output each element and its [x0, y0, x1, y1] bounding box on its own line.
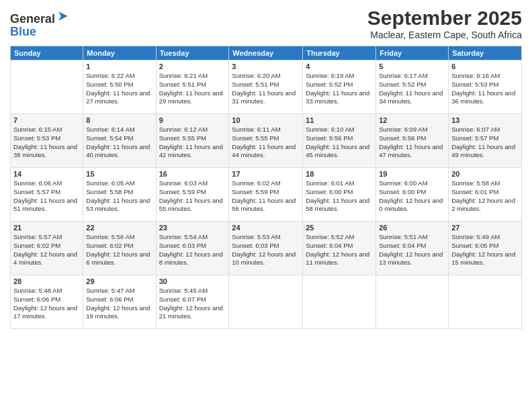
- calendar-cell: 17Sunrise: 6:02 AM Sunset: 5:59 PM Dayli…: [229, 168, 303, 222]
- day-info: Sunrise: 6:01 AM Sunset: 6:00 PM Dayligh…: [306, 179, 373, 214]
- header: General Blue September 2025 Maclear, Eas…: [10, 7, 522, 40]
- day-info: Sunrise: 5:58 AM Sunset: 6:01 PM Dayligh…: [451, 179, 519, 214]
- calendar-cell: 24Sunrise: 5:53 AM Sunset: 6:03 PM Dayli…: [229, 222, 303, 275]
- calendar-cell: 7Sunrise: 6:15 AM Sunset: 5:53 PM Daylig…: [11, 114, 83, 168]
- day-info: Sunrise: 6:16 AM Sunset: 5:53 PM Dayligh…: [451, 72, 519, 106]
- day-info: Sunrise: 6:12 AM Sunset: 5:55 PM Dayligh…: [159, 126, 226, 160]
- logo-arrow-icon: [56, 9, 70, 23]
- calendar-cell: 9Sunrise: 6:12 AM Sunset: 5:55 PM Daylig…: [156, 114, 229, 168]
- day-number: 29: [86, 277, 152, 285]
- day-number: 12: [379, 116, 445, 124]
- day-info: Sunrise: 6:09 AM Sunset: 5:56 PM Dayligh…: [379, 126, 445, 160]
- calendar-cell: [303, 275, 376, 329]
- day-info: Sunrise: 5:56 AM Sunset: 6:02 PM Dayligh…: [86, 233, 152, 267]
- week-row-5: 28Sunrise: 5:48 AM Sunset: 6:06 PM Dayli…: [11, 275, 522, 329]
- calendar-cell: 25Sunrise: 5:52 AM Sunset: 6:04 PM Dayli…: [303, 222, 376, 275]
- calendar-table: Sunday Monday Tuesday Wednesday Thursday…: [10, 46, 522, 329]
- day-number: 20: [451, 170, 519, 178]
- week-row-1: 1Sunrise: 6:22 AM Sunset: 5:50 PM Daylig…: [11, 60, 522, 114]
- day-number: 11: [306, 116, 373, 124]
- day-number: 9: [159, 116, 226, 124]
- col-wednesday: Wednesday: [229, 46, 303, 60]
- day-number: 17: [232, 170, 300, 178]
- day-number: 23: [159, 224, 226, 232]
- day-info: Sunrise: 6:17 AM Sunset: 5:52 PM Dayligh…: [379, 72, 445, 106]
- col-saturday: Saturday: [449, 46, 522, 60]
- day-number: 19: [379, 170, 445, 178]
- day-info: Sunrise: 6:21 AM Sunset: 5:51 PM Dayligh…: [159, 72, 226, 106]
- col-sunday: Sunday: [11, 46, 83, 60]
- week-row-3: 14Sunrise: 6:06 AM Sunset: 5:57 PM Dayli…: [11, 168, 522, 222]
- day-info: Sunrise: 5:51 AM Sunset: 6:04 PM Dayligh…: [379, 233, 445, 267]
- day-number: 25: [306, 224, 373, 232]
- col-thursday: Thursday: [303, 46, 376, 60]
- calendar-cell: 8Sunrise: 6:14 AM Sunset: 5:54 PM Daylig…: [83, 114, 156, 168]
- day-info: Sunrise: 6:07 AM Sunset: 5:57 PM Dayligh…: [451, 126, 519, 160]
- calendar-cell: 2Sunrise: 6:21 AM Sunset: 5:51 PM Daylig…: [156, 60, 229, 114]
- day-info: Sunrise: 5:53 AM Sunset: 6:03 PM Dayligh…: [232, 233, 300, 267]
- week-row-4: 21Sunrise: 5:57 AM Sunset: 6:02 PM Dayli…: [11, 222, 522, 275]
- calendar-cell: [376, 275, 449, 329]
- month-title: September 2025: [367, 7, 522, 30]
- calendar-cell: [449, 275, 522, 329]
- day-number: 15: [86, 170, 152, 178]
- day-info: Sunrise: 5:57 AM Sunset: 6:02 PM Dayligh…: [13, 233, 80, 267]
- calendar-cell: 5Sunrise: 6:17 AM Sunset: 5:52 PM Daylig…: [376, 60, 449, 114]
- calendar-cell: 18Sunrise: 6:01 AM Sunset: 6:00 PM Dayli…: [303, 168, 376, 222]
- day-info: Sunrise: 6:20 AM Sunset: 5:51 PM Dayligh…: [232, 72, 300, 106]
- day-number: 1: [86, 62, 152, 71]
- calendar-cell: 11Sunrise: 6:10 AM Sunset: 5:56 PM Dayli…: [303, 114, 376, 168]
- day-info: Sunrise: 6:03 AM Sunset: 5:59 PM Dayligh…: [159, 179, 226, 214]
- day-number: 8: [86, 116, 152, 124]
- calendar-cell: 22Sunrise: 5:56 AM Sunset: 6:02 PM Dayli…: [83, 222, 156, 275]
- calendar-cell: 16Sunrise: 6:03 AM Sunset: 5:59 PM Dayli…: [156, 168, 229, 222]
- day-info: Sunrise: 6:06 AM Sunset: 5:57 PM Dayligh…: [13, 179, 80, 214]
- calendar-cell: 14Sunrise: 6:06 AM Sunset: 5:57 PM Dayli…: [11, 168, 83, 222]
- calendar-cell: 27Sunrise: 5:49 AM Sunset: 6:05 PM Dayli…: [449, 222, 522, 275]
- title-block: September 2025 Maclear, Eastern Cape, So…: [367, 7, 522, 40]
- calendar-cell: 28Sunrise: 5:48 AM Sunset: 6:06 PM Dayli…: [11, 275, 83, 329]
- day-info: Sunrise: 6:22 AM Sunset: 5:50 PM Dayligh…: [86, 72, 152, 106]
- day-info: Sunrise: 6:11 AM Sunset: 5:55 PM Dayligh…: [232, 126, 300, 160]
- day-info: Sunrise: 6:00 AM Sunset: 6:00 PM Dayligh…: [379, 179, 445, 214]
- page: General Blue September 2025 Maclear, Eas…: [0, 0, 532, 411]
- day-info: Sunrise: 5:52 AM Sunset: 6:04 PM Dayligh…: [306, 233, 373, 267]
- day-info: Sunrise: 5:45 AM Sunset: 6:07 PM Dayligh…: [159, 287, 226, 321]
- svg-marker-0: [58, 11, 67, 20]
- day-number: 16: [159, 170, 226, 178]
- calendar-cell: 1Sunrise: 6:22 AM Sunset: 5:50 PM Daylig…: [83, 60, 156, 114]
- day-number: 14: [13, 170, 80, 178]
- calendar-cell: 13Sunrise: 6:07 AM Sunset: 5:57 PM Dayli…: [449, 114, 522, 168]
- day-info: Sunrise: 6:15 AM Sunset: 5:53 PM Dayligh…: [13, 126, 80, 160]
- day-info: Sunrise: 5:48 AM Sunset: 6:06 PM Dayligh…: [13, 287, 80, 321]
- calendar-cell: 6Sunrise: 6:16 AM Sunset: 5:53 PM Daylig…: [449, 60, 522, 114]
- calendar-cell: 30Sunrise: 5:45 AM Sunset: 6:07 PM Dayli…: [156, 275, 229, 329]
- day-info: Sunrise: 6:10 AM Sunset: 5:56 PM Dayligh…: [306, 126, 373, 160]
- day-number: 26: [379, 224, 445, 232]
- calendar-cell: 19Sunrise: 6:00 AM Sunset: 6:00 PM Dayli…: [376, 168, 449, 222]
- day-number: 24: [232, 224, 300, 232]
- day-info: Sunrise: 6:05 AM Sunset: 5:58 PM Dayligh…: [86, 179, 152, 214]
- calendar-cell: 15Sunrise: 6:05 AM Sunset: 5:58 PM Dayli…: [83, 168, 156, 222]
- day-number: 10: [232, 116, 300, 124]
- day-number: 28: [13, 277, 80, 285]
- day-number: 5: [379, 62, 445, 71]
- day-number: 2: [159, 62, 226, 71]
- day-number: 21: [13, 224, 80, 232]
- logo: General Blue: [10, 9, 70, 39]
- day-number: 13: [451, 116, 519, 124]
- calendar-cell: 20Sunrise: 5:58 AM Sunset: 6:01 PM Dayli…: [449, 168, 522, 222]
- calendar-cell: [229, 275, 303, 329]
- location: Maclear, Eastern Cape, South Africa: [367, 30, 522, 40]
- day-number: 18: [306, 170, 373, 178]
- day-number: 4: [306, 62, 373, 71]
- logo-blue: Blue: [10, 25, 70, 39]
- calendar-cell: 21Sunrise: 5:57 AM Sunset: 6:02 PM Dayli…: [11, 222, 83, 275]
- calendar-header-row: Sunday Monday Tuesday Wednesday Thursday…: [11, 46, 522, 60]
- day-number: 7: [13, 116, 80, 124]
- calendar-cell: 23Sunrise: 5:54 AM Sunset: 6:03 PM Dayli…: [156, 222, 229, 275]
- logo-general: General: [10, 12, 55, 26]
- col-monday: Monday: [83, 46, 156, 60]
- calendar-cell: 26Sunrise: 5:51 AM Sunset: 6:04 PM Dayli…: [376, 222, 449, 275]
- week-row-2: 7Sunrise: 6:15 AM Sunset: 5:53 PM Daylig…: [11, 114, 522, 168]
